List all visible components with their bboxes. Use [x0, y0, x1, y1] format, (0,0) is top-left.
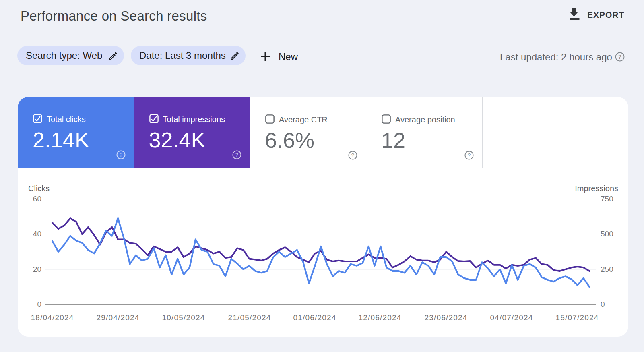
svg-text:60: 60: [33, 195, 41, 203]
svg-text:21/05/2024: 21/05/2024: [228, 313, 271, 322]
svg-text:0: 0: [37, 300, 41, 309]
svg-text:12/06/2024: 12/06/2024: [358, 313, 401, 322]
svg-text:23/06/2024: 23/06/2024: [424, 313, 467, 322]
svg-text:04/07/2024: 04/07/2024: [490, 313, 533, 322]
svg-text:500: 500: [601, 230, 613, 238]
svg-text:40: 40: [33, 230, 41, 238]
svg-text:01/06/2024: 01/06/2024: [293, 313, 336, 322]
svg-text:0: 0: [601, 300, 605, 309]
svg-text:750: 750: [601, 195, 613, 203]
svg-text:20: 20: [33, 265, 41, 273]
svg-text:Impressions: Impressions: [575, 184, 618, 193]
svg-text:29/04/2024: 29/04/2024: [96, 313, 139, 322]
svg-text:250: 250: [601, 265, 613, 273]
svg-text:10/05/2024: 10/05/2024: [162, 313, 205, 322]
svg-text:18/04/2024: 18/04/2024: [31, 313, 74, 322]
svg-text:15/07/2024: 15/07/2024: [555, 313, 599, 322]
svg-text:Clicks: Clicks: [28, 184, 50, 193]
